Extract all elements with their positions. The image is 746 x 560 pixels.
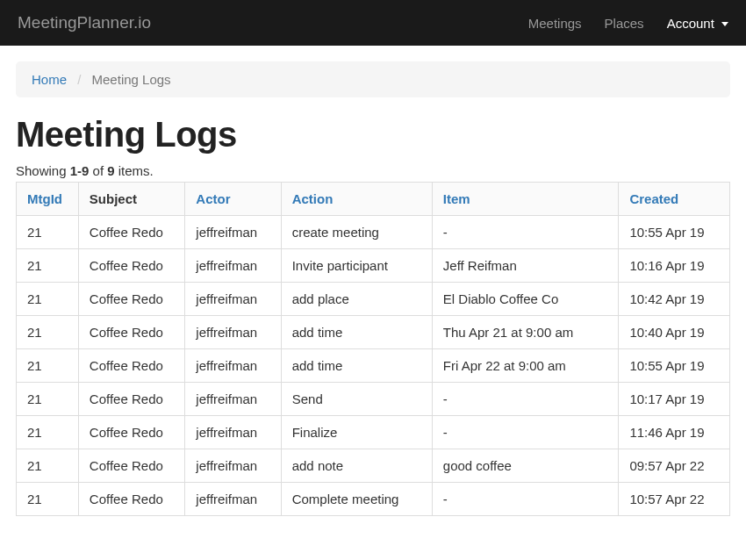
cell-mtgid: 21 (17, 349, 79, 383)
cell-subject: Coffee Redo (78, 316, 184, 349)
cell-actor: jeffreifman (185, 216, 281, 249)
cell-subject: Coffee Redo (78, 416, 184, 449)
cell-created: 10:40 Apr 19 (619, 316, 730, 349)
cell-item: - (432, 383, 619, 416)
cell-created: 10:42 Apr 19 (619, 283, 730, 316)
navbar-nav: Meetings Places Account (528, 16, 728, 31)
summary-suffix: items. (115, 163, 154, 178)
cell-actor: jeffreifman (185, 449, 281, 483)
cell-subject: Coffee Redo (78, 283, 184, 316)
cell-created: 10:16 Apr 19 (619, 249, 730, 283)
breadcrumb-home-link[interactable]: Home (32, 72, 67, 87)
col-header-created[interactable]: Created (619, 183, 730, 216)
cell-mtgid: 21 (17, 416, 79, 449)
col-header-subject[interactable]: Subject (78, 183, 184, 216)
cell-created: 10:17 Apr 19 (619, 383, 730, 416)
summary-total: 9 (107, 163, 114, 178)
table-row: 21Coffee Redojeffreifmanadd placeEl Diab… (17, 283, 730, 316)
cell-created: 11:46 Apr 19 (619, 416, 730, 449)
cell-item: Jeff Reifman (432, 249, 619, 283)
cell-subject: Coffee Redo (78, 449, 184, 483)
sort-link-item[interactable]: Item (443, 191, 470, 206)
cell-item: Fri Apr 22 at 9:00 am (432, 349, 619, 383)
cell-item: good coffee (432, 449, 619, 483)
sort-link-mtgid[interactable]: MtgId (27, 191, 62, 206)
cell-subject: Coffee Redo (78, 216, 184, 249)
breadcrumb-separator: / (70, 72, 88, 87)
cell-subject: Coffee Redo (78, 383, 184, 416)
page-container: Home / Meeting Logs Meeting Logs Showing… (0, 46, 746, 516)
page-title: Meeting Logs (16, 115, 730, 154)
cell-actor: jeffreifman (185, 416, 281, 449)
summary-range: 1-9 (70, 163, 90, 178)
nav-link-account-label: Account (667, 16, 714, 31)
table-body: 21Coffee Redojeffreifmancreate meeting-1… (17, 216, 730, 516)
logs-table: MtgId Subject Actor Action Item Created … (16, 182, 730, 516)
cell-action: Send (281, 383, 432, 416)
cell-mtgid: 21 (17, 449, 79, 483)
cell-actor: jeffreifman (185, 383, 281, 416)
table-row: 21Coffee Redojeffreifmancreate meeting-1… (17, 216, 730, 249)
cell-action: add place (281, 283, 432, 316)
cell-action: Invite participant (281, 249, 432, 283)
table-row: 21Coffee RedojeffreifmanFinalize-11:46 A… (17, 416, 730, 449)
navbar-brand[interactable]: MeetingPlanner.io (18, 13, 151, 32)
cell-mtgid: 21 (17, 316, 79, 349)
cell-item: El Diablo Coffee Co (432, 283, 619, 316)
sort-link-created[interactable]: Created (629, 191, 678, 206)
navbar: MeetingPlanner.io Meetings Places Accoun… (0, 0, 746, 46)
table-row: 21Coffee Redojeffreifmanadd timeFri Apr … (17, 349, 730, 383)
col-header-actor[interactable]: Actor (185, 183, 281, 216)
sort-link-actor[interactable]: Actor (196, 191, 230, 206)
cell-actor: jeffreifman (185, 316, 281, 349)
nav-link-meetings[interactable]: Meetings (528, 16, 582, 31)
cell-action: add time (281, 349, 432, 383)
summary-mid: of (89, 163, 107, 178)
cell-action: Complete meeting (281, 483, 432, 516)
cell-actor: jeffreifman (185, 483, 281, 516)
cell-created: 10:55 Apr 19 (619, 349, 730, 383)
breadcrumb: Home / Meeting Logs (16, 61, 730, 97)
table-header-row: MtgId Subject Actor Action Item Created (17, 183, 730, 216)
cell-subject: Coffee Redo (78, 483, 184, 516)
caret-down-icon (721, 22, 728, 26)
table-row: 21Coffee Redojeffreifmanadd notegood cof… (17, 449, 730, 483)
cell-action: create meeting (281, 216, 432, 249)
cell-action: Finalize (281, 416, 432, 449)
table-row: 21Coffee Redojeffreifmanadd timeThu Apr … (17, 316, 730, 349)
cell-item: - (432, 483, 619, 516)
cell-subject: Coffee Redo (78, 349, 184, 383)
cell-actor: jeffreifman (185, 249, 281, 283)
summary-prefix: Showing (16, 163, 70, 178)
cell-created: 10:55 Apr 19 (619, 216, 730, 249)
col-header-mtgid[interactable]: MtgId (17, 183, 79, 216)
table-row: 21Coffee RedojeffreifmanInvite participa… (17, 249, 730, 283)
cell-actor: jeffreifman (185, 349, 281, 383)
cell-mtgid: 21 (17, 383, 79, 416)
cell-subject: Coffee Redo (78, 249, 184, 283)
grid-summary: Showing 1-9 of 9 items. (16, 163, 730, 178)
cell-actor: jeffreifman (185, 283, 281, 316)
table-row: 21Coffee RedojeffreifmanComplete meeting… (17, 483, 730, 516)
cell-mtgid: 21 (17, 216, 79, 249)
cell-action: add note (281, 449, 432, 483)
nav-link-places[interactable]: Places (605, 16, 644, 31)
nav-link-account[interactable]: Account (667, 16, 728, 31)
cell-item: - (432, 216, 619, 249)
breadcrumb-current: Meeting Logs (92, 72, 171, 87)
col-header-item[interactable]: Item (432, 183, 619, 216)
cell-created: 10:57 Apr 22 (619, 483, 730, 516)
sort-link-action[interactable]: Action (292, 191, 334, 206)
cell-action: add time (281, 316, 432, 349)
cell-item: Thu Apr 21 at 9:00 am (432, 316, 619, 349)
cell-mtgid: 21 (17, 283, 79, 316)
cell-mtgid: 21 (17, 249, 79, 283)
col-header-action[interactable]: Action (281, 183, 432, 216)
table-row: 21Coffee RedojeffreifmanSend-10:17 Apr 1… (17, 383, 730, 416)
cell-created: 09:57 Apr 22 (619, 449, 730, 483)
cell-item: - (432, 416, 619, 449)
cell-mtgid: 21 (17, 483, 79, 516)
